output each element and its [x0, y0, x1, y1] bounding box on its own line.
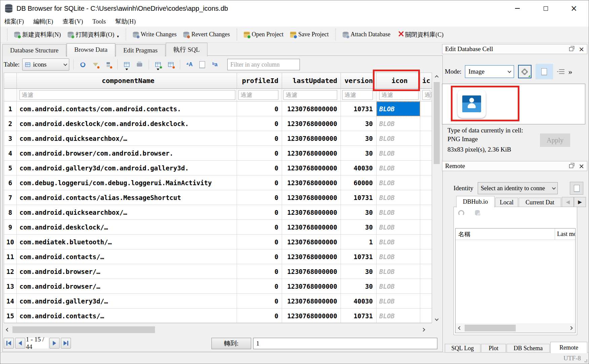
cell-version[interactable]: 40030	[341, 294, 377, 309]
cell-profileId[interactable]: 0	[237, 161, 282, 175]
cell-icon-blob[interactable]: BLOB	[377, 190, 420, 205]
nav-next-button[interactable]	[49, 338, 60, 349]
dock-tab-remote[interactable]: Remote	[550, 342, 587, 353]
cell-lastUpdated[interactable]: 1230768000000	[282, 175, 341, 190]
row-number[interactable]: 9	[4, 220, 17, 235]
cell-profileId[interactable]: 0	[237, 309, 282, 323]
row-number[interactable]: 7	[4, 190, 17, 205]
column-header-componentName[interactable]: componentName	[17, 73, 237, 89]
main-tab[interactable]: 執行 SQL	[166, 43, 208, 56]
cell-icon-blob[interactable]: BLOB	[377, 264, 420, 279]
cell-version[interactable]: 30	[341, 146, 377, 161]
cell-profileId[interactable]: 0	[237, 249, 282, 264]
insert-record-button[interactable]	[153, 59, 163, 70]
cell-profileId[interactable]: 0	[237, 220, 282, 235]
cell-componentName[interactable]: com.android.gallery3d/com.android.galler…	[17, 161, 237, 175]
cell-componentName[interactable]: com.android.contacts/alias.MessageShortc…	[17, 190, 237, 205]
cell-version[interactable]: 30	[341, 116, 377, 131]
cell-icon-blob[interactable]: BLOB	[377, 294, 420, 309]
filter-cell[interactable]: 過濾	[342, 90, 373, 100]
cell-componentName[interactable]: com.android.deskclock/…	[17, 220, 237, 235]
toolbar-button[interactable]: 關閉資料庫(C) ▾	[394, 28, 447, 41]
apply-button[interactable]: Apply	[540, 133, 570, 147]
cell-lastUpdated[interactable]: 1230768000000	[282, 131, 341, 146]
nav-first-button[interactable]	[4, 338, 14, 349]
cell-profileId[interactable]: 0	[237, 116, 282, 131]
list-header-last-modified[interactable]: Last mo	[555, 229, 575, 240]
toolbar-button[interactable]: 打開資料庫(O) ▾	[64, 28, 122, 41]
cell-icon-blob[interactable]: BLOB	[377, 146, 420, 161]
cell-profileId[interactable]: 0	[237, 102, 282, 116]
cell-version[interactable]: 60000	[341, 175, 377, 190]
close-panel-icon[interactable]: ×	[579, 164, 584, 168]
cell-lastUpdated[interactable]: 1230768000000	[282, 279, 341, 294]
export-cell-button[interactable]	[197, 59, 207, 70]
cell-lastUpdated[interactable]: 1230768000000	[282, 309, 341, 323]
cell-componentName[interactable]: com.android.quicksearchbox/…	[17, 131, 237, 146]
cell-lastUpdated[interactable]: 1230768000000	[282, 294, 341, 309]
tab-scroll-arrows[interactable]: ◀ ▶	[562, 197, 586, 207]
cell-version[interactable]: 10731	[341, 190, 377, 205]
toolbar-button[interactable]: Open Project ▾	[240, 29, 287, 40]
goto-input[interactable]	[253, 338, 437, 349]
cell-version[interactable]: 10731	[341, 102, 377, 116]
row-number[interactable]: 4	[4, 146, 17, 161]
close-panel-icon[interactable]: ×	[579, 47, 584, 51]
cell-version[interactable]: 10731	[341, 249, 377, 264]
remote-tab-local[interactable]: Local	[495, 198, 518, 207]
filter-cell[interactable]: 過濾	[238, 90, 278, 100]
cell-version[interactable]: 30	[341, 264, 377, 279]
cell-profileId[interactable]: 0	[237, 264, 282, 279]
goto-button[interactable]: 轉到:	[211, 338, 251, 349]
cell-lastUpdated[interactable]: 1230768000000	[282, 249, 341, 264]
cell-profileId[interactable]: 0	[237, 131, 282, 146]
word-wrap-button[interactable]	[557, 65, 564, 78]
tab-scroll-right-icon[interactable]: ▶	[574, 197, 586, 207]
row-number[interactable]: 8	[4, 205, 17, 220]
cell-icon-blob[interactable]: BLOB	[377, 235, 420, 249]
cell-componentName[interactable]: com.android.quicksearchbox/…	[17, 205, 237, 220]
dock-tab-sql-log[interactable]: SQL Log	[445, 344, 480, 353]
open-in-editor-button[interactable]	[536, 64, 553, 79]
cell-lastUpdated[interactable]: 1230768000000	[282, 102, 341, 116]
list-horizontal-scrollbar[interactable]	[456, 323, 575, 333]
mode-dropdown[interactable]: Image	[465, 65, 514, 78]
replace-button[interactable]: ᵇa	[210, 59, 220, 70]
filter-cell[interactable]: 過濾	[19, 90, 235, 100]
filter-cell[interactable]: 過濾	[422, 90, 430, 100]
cell-version[interactable]: 30	[341, 220, 377, 235]
cell-componentName[interactable]: com.android.contacts/…	[17, 309, 237, 323]
menu-item[interactable]: 檔案(F)	[4, 17, 24, 26]
menu-item[interactable]: Tools	[92, 18, 106, 25]
grid-horizontal-scrollbar[interactable]	[4, 325, 427, 334]
toolbar-button[interactable]: Attach Database ▾	[339, 29, 394, 40]
row-number[interactable]: 15	[4, 309, 17, 323]
row-number[interactable]: 10	[4, 235, 17, 249]
cell-profileId[interactable]: 0	[237, 235, 282, 249]
cell-componentName[interactable]: com.android.browser/…	[17, 279, 237, 294]
cell-icon-blob[interactable]: BLOB	[377, 279, 420, 294]
list-header-name[interactable]: 名稱	[456, 229, 555, 240]
save-view-button[interactable]	[122, 59, 132, 70]
cell-componentName[interactable]: com.android.gallery3d/…	[17, 294, 237, 309]
cell-icon-blob[interactable]: BLOB	[377, 309, 420, 323]
cell-componentName[interactable]: com.android.contacts/com.android.contact…	[17, 102, 237, 116]
horizontal-scroll-thumb[interactable]	[12, 326, 155, 333]
cell-componentName[interactable]: com.android.contacts/…	[17, 249, 237, 264]
column-header-lastUpdated[interactable]: lastUpdated	[282, 73, 341, 89]
cell-componentName[interactable]: com.debug.loggerui/com.debug.loggerui.Ma…	[17, 175, 237, 190]
font-button[interactable]: ⁴A	[184, 59, 194, 70]
cell-lastUpdated[interactable]: 1230768000000	[282, 235, 341, 249]
row-number[interactable]: 5	[4, 161, 17, 175]
cell-icon-blob[interactable]: BLOB	[377, 116, 420, 131]
toolbar-button[interactable]: Revert Changes ▾	[180, 29, 233, 40]
cell-icon-blob[interactable]: BLOB	[377, 102, 420, 116]
main-tab[interactable]: Edit Pragmas	[116, 44, 165, 56]
cell-version[interactable]: 30	[341, 205, 377, 220]
cell-lastUpdated[interactable]: 1230768000000	[282, 161, 341, 175]
cell-profileId[interactable]: 0	[237, 205, 282, 220]
cell-icon-blob[interactable]: BLOB	[377, 205, 420, 220]
row-number[interactable]: 2	[4, 116, 17, 131]
minimize-button[interactable]	[507, 0, 527, 16]
cell-lastUpdated[interactable]: 1230768000000	[282, 264, 341, 279]
